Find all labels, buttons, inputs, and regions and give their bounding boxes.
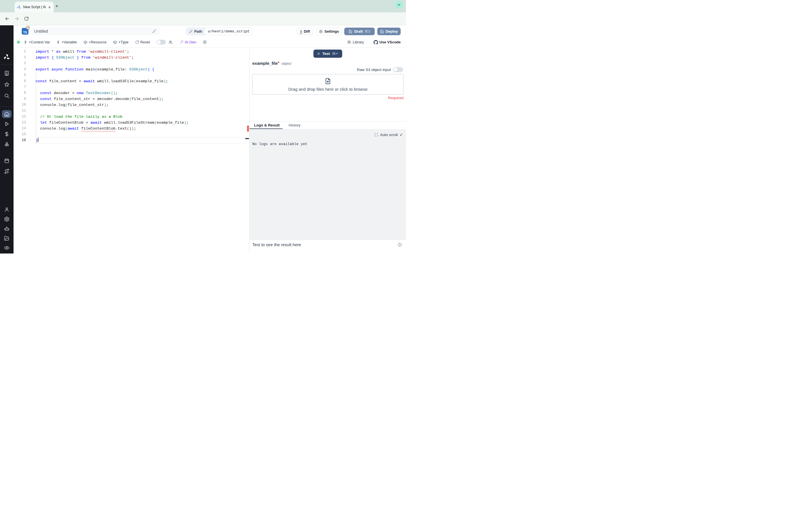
sidebar-item-workers[interactable] bbox=[4, 226, 10, 232]
code-line[interactable] bbox=[36, 84, 246, 90]
tab-logs-result[interactable]: Logs & Result bbox=[250, 121, 284, 129]
info-icon[interactable] bbox=[398, 242, 402, 247]
path-chip[interactable]: Path u/henri/demo_script bbox=[186, 27, 253, 35]
result-area: Test to see the result here bbox=[250, 240, 406, 253]
line-number: 6 bbox=[13, 78, 26, 84]
code-editor[interactable]: 12345678910111213141516 import * as wmil… bbox=[13, 48, 249, 253]
reset-label: Reset bbox=[140, 40, 150, 44]
raw-s3-toggle[interactable] bbox=[393, 67, 403, 72]
tab-history[interactable]: History bbox=[284, 121, 305, 129]
sidebar-item-variables[interactable] bbox=[4, 131, 10, 137]
code-line[interactable] bbox=[36, 61, 246, 66]
script-title-field[interactable]: Untitled bbox=[31, 27, 160, 35]
deploy-button[interactable]: Deploy bbox=[377, 27, 401, 35]
draft-button[interactable]: Draft⌘S bbox=[344, 27, 375, 35]
reload-icon[interactable] bbox=[21, 14, 31, 24]
deploy-label: Deploy bbox=[386, 29, 398, 34]
auto-scroll-checkbox[interactable]: ✓ bbox=[400, 132, 403, 137]
code-line[interactable] bbox=[36, 131, 246, 137]
diff-button[interactable]: ±Diff bbox=[297, 27, 313, 35]
code-line[interactable]: // Or load the file lazily as a Blob bbox=[36, 114, 246, 120]
sidebar-item-search[interactable] bbox=[4, 93, 10, 99]
tab-search-button[interactable] bbox=[395, 1, 403, 8]
users-icon bbox=[168, 40, 173, 45]
sidebar-item-schedules[interactable] bbox=[4, 158, 10, 164]
new-tab-button[interactable]: + bbox=[55, 3, 58, 9]
github-icon bbox=[373, 40, 378, 45]
line-number: 5 bbox=[13, 72, 26, 78]
argument-row: example_file* object bbox=[252, 61, 291, 66]
main-area: TS Untitled Path u/henri/demo_script ±Di… bbox=[13, 25, 406, 253]
line-number: 16 bbox=[13, 137, 26, 144]
result-placeholder: Test to see the result here bbox=[252, 242, 301, 247]
code-line[interactable]: console.log(file_content_str); bbox=[36, 102, 246, 108]
sidebar-item-runs[interactable] bbox=[4, 121, 10, 127]
reset-button[interactable]: Reset bbox=[135, 40, 150, 44]
add-resource-button[interactable]: +Resource bbox=[84, 40, 107, 44]
forward-icon[interactable] bbox=[12, 14, 21, 24]
variable-label: +Variable bbox=[61, 40, 77, 44]
browser-toolbar: app.windmill.dev/scripts/add#JTdCJTIyaGF… bbox=[0, 12, 406, 25]
code-line[interactable]: import { S3Object } from 'windmill-clien… bbox=[36, 55, 246, 61]
add-variable-button[interactable]: +Variable bbox=[56, 40, 77, 44]
edit-path-pencil-icon bbox=[189, 30, 193, 33]
path-label: Path bbox=[194, 29, 202, 34]
result-tabs: Logs & Result History bbox=[250, 121, 406, 129]
sidebar-item-settings[interactable] bbox=[4, 216, 10, 222]
code-line[interactable]: } bbox=[36, 137, 246, 144]
test-button[interactable]: Test ⌘↵ bbox=[313, 50, 342, 58]
sidebar-item-audit-logs[interactable] bbox=[4, 245, 10, 251]
line-number: 13 bbox=[13, 120, 26, 126]
sidebar-item-home[interactable] bbox=[2, 110, 11, 118]
code-line[interactable]: const file_content = await wmill.loadS3F… bbox=[36, 78, 246, 84]
sidebar-item-flows[interactable] bbox=[4, 168, 10, 174]
edit-title-pencil-icon[interactable] bbox=[152, 29, 156, 33]
add-type-button[interactable]: +Type bbox=[113, 40, 129, 44]
code-line[interactable] bbox=[36, 72, 246, 78]
code-line[interactable]: console.log(await fileContentBlob.text()… bbox=[36, 126, 246, 131]
diff-icon: ± bbox=[300, 29, 302, 34]
code-line[interactable]: export async function main(example_file:… bbox=[36, 66, 246, 72]
expand-icon[interactable] bbox=[374, 133, 378, 136]
use-vscode-label: Use VScode bbox=[379, 40, 401, 44]
sidebar-item-workspace[interactable] bbox=[4, 70, 10, 76]
windmill-logo-icon[interactable] bbox=[3, 54, 10, 61]
code-line[interactable]: let fileContentBlob = await wmill.loadS3… bbox=[36, 120, 246, 126]
argument-type: object bbox=[282, 61, 291, 66]
sidebar-item-resources[interactable] bbox=[4, 142, 10, 147]
code-line[interactable] bbox=[36, 108, 246, 114]
line-number: 4 bbox=[13, 66, 26, 72]
ai-gen-button[interactable]: AI Gen bbox=[179, 40, 196, 44]
line-number: 11 bbox=[13, 108, 26, 114]
tab-close-icon[interactable]: × bbox=[48, 5, 51, 9]
code-line[interactable]: import * as wmill from 'windmill-client'… bbox=[36, 49, 246, 55]
path-value: u/henri/demo_script bbox=[205, 28, 252, 35]
library-label: Library bbox=[353, 40, 364, 44]
settings-gear-icon bbox=[319, 30, 323, 34]
text-cursor bbox=[38, 138, 38, 142]
file-dropzone[interactable]: Drag and drop files here or click to bro… bbox=[252, 74, 403, 95]
script-title: Untitled bbox=[34, 29, 152, 34]
editor-settings-button[interactable] bbox=[203, 40, 207, 44]
line-number: 12 bbox=[13, 114, 26, 120]
back-icon[interactable] bbox=[2, 14, 12, 24]
library-button[interactable]: Library bbox=[347, 40, 364, 44]
code-line[interactable]: const decoder = new TextDecoder(); bbox=[36, 90, 246, 96]
reset-icon bbox=[135, 40, 139, 44]
sidebar-item-favorites[interactable] bbox=[4, 82, 10, 87]
emoji-badge bbox=[26, 26, 30, 30]
use-vscode-button[interactable]: Use VScode bbox=[373, 40, 401, 45]
package-icon bbox=[84, 40, 87, 44]
browser-tab[interactable]: New Script | Windmill × bbox=[15, 2, 54, 12]
multiplayer-toggle[interactable] bbox=[156, 40, 166, 45]
logs-area: Auto scroll ✓ No logs are available yet bbox=[250, 129, 406, 240]
settings-button[interactable]: Settings bbox=[316, 27, 342, 35]
sidebar-item-folders[interactable] bbox=[4, 235, 10, 241]
overview-cursor-marker bbox=[245, 138, 249, 139]
add-context-var-button[interactable]: +Context Var bbox=[24, 40, 50, 44]
test-shortcut: ⌘↵ bbox=[332, 52, 339, 56]
sidebar-item-users[interactable] bbox=[4, 207, 10, 212]
gear-icon bbox=[203, 40, 207, 44]
code-line[interactable]: const file_content_str = decoder.decode(… bbox=[36, 96, 246, 102]
type-label: +Type bbox=[118, 40, 129, 44]
